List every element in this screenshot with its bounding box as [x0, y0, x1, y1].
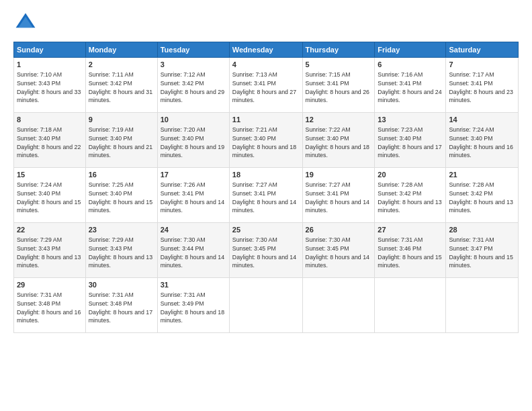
- calendar-cell: 27 Sunrise: 7:31 AMSunset: 3:46 PMDaylig…: [375, 223, 446, 278]
- calendar-cell: 24 Sunrise: 7:30 AMSunset: 3:44 PMDaylig…: [157, 223, 229, 278]
- calendar-cell: 7 Sunrise: 7:17 AMSunset: 3:41 PMDayligh…: [446, 58, 519, 113]
- week-row-5: 29 Sunrise: 7:31 AMSunset: 3:48 PMDaylig…: [14, 278, 519, 333]
- week-row-4: 22 Sunrise: 7:29 AMSunset: 3:43 PMDaylig…: [14, 223, 519, 278]
- calendar-cell: [446, 278, 519, 333]
- day-number: 18: [232, 170, 300, 180]
- day-info: Sunrise: 7:21 AMSunset: 3:40 PMDaylight:…: [232, 126, 296, 159]
- calendar-cell: 23 Sunrise: 7:29 AMSunset: 3:43 PMDaylig…: [85, 223, 157, 278]
- day-info: Sunrise: 7:29 AMSunset: 3:43 PMDaylight:…: [89, 236, 152, 269]
- day-info: Sunrise: 7:18 AMSunset: 3:40 PMDaylight:…: [17, 126, 81, 159]
- day-info: Sunrise: 7:30 AMSunset: 3:44 PMDaylight:…: [161, 236, 224, 269]
- calendar-cell: 17 Sunrise: 7:26 AMSunset: 3:41 PMDaylig…: [157, 168, 229, 223]
- day-info: Sunrise: 7:31 AMSunset: 3:47 PMDaylight:…: [449, 236, 513, 269]
- day-number: 3: [161, 60, 226, 70]
- day-info: Sunrise: 7:25 AMSunset: 3:40 PMDaylight:…: [89, 181, 152, 214]
- day-number: 8: [17, 115, 83, 125]
- calendar-cell: 16 Sunrise: 7:25 AMSunset: 3:40 PMDaylig…: [85, 168, 157, 223]
- calendar-cell: 26 Sunrise: 7:30 AMSunset: 3:45 PMDaylig…: [302, 223, 375, 278]
- header-day-thursday: Thursday: [302, 42, 375, 58]
- calendar-cell: 5 Sunrise: 7:15 AMSunset: 3:41 PMDayligh…: [302, 58, 375, 113]
- day-info: Sunrise: 7:17 AMSunset: 3:41 PMDaylight:…: [449, 71, 513, 104]
- calendar-cell: 4 Sunrise: 7:13 AMSunset: 3:41 PMDayligh…: [229, 58, 302, 113]
- day-number: 19: [306, 170, 372, 180]
- calendar-cell: 14 Sunrise: 7:24 AMSunset: 3:40 PMDaylig…: [446, 113, 519, 168]
- day-number: 6: [378, 60, 443, 70]
- day-number: 5: [306, 60, 372, 70]
- calendar-cell: 25 Sunrise: 7:30 AMSunset: 3:45 PMDaylig…: [229, 223, 302, 278]
- calendar-cell: 13 Sunrise: 7:23 AMSunset: 3:40 PMDaylig…: [375, 113, 446, 168]
- day-info: Sunrise: 7:31 AMSunset: 3:49 PMDaylight:…: [161, 291, 224, 324]
- calendar-cell: 30 Sunrise: 7:31 AMSunset: 3:48 PMDaylig…: [85, 278, 157, 333]
- day-number: 31: [161, 280, 226, 290]
- day-info: Sunrise: 7:27 AMSunset: 3:41 PMDaylight:…: [232, 181, 296, 214]
- day-number: 9: [89, 115, 154, 125]
- day-number: 11: [232, 115, 300, 125]
- day-number: 28: [449, 225, 515, 235]
- header-day-tuesday: Tuesday: [157, 42, 229, 58]
- day-number: 23: [89, 225, 154, 235]
- logo-icon: [13, 11, 38, 35]
- day-info: Sunrise: 7:31 AMSunset: 3:46 PMDaylight:…: [378, 236, 441, 269]
- calendar-cell: 2 Sunrise: 7:11 AMSunset: 3:42 PMDayligh…: [85, 58, 157, 113]
- calendar-cell: [229, 278, 302, 333]
- day-info: Sunrise: 7:31 AMSunset: 3:48 PMDaylight:…: [17, 291, 81, 324]
- calendar-cell: 19 Sunrise: 7:27 AMSunset: 3:41 PMDaylig…: [302, 168, 375, 223]
- week-row-1: 1 Sunrise: 7:10 AMSunset: 3:43 PMDayligh…: [14, 58, 519, 113]
- calendar-cell: [302, 278, 375, 333]
- day-info: Sunrise: 7:24 AMSunset: 3:40 PMDaylight:…: [17, 181, 81, 214]
- day-info: Sunrise: 7:12 AMSunset: 3:42 PMDaylight:…: [161, 71, 224, 104]
- header-day-wednesday: Wednesday: [229, 42, 302, 58]
- day-info: Sunrise: 7:28 AMSunset: 3:42 PMDaylight:…: [449, 181, 513, 214]
- day-number: 12: [306, 115, 372, 125]
- day-number: 30: [89, 280, 154, 290]
- day-number: 4: [232, 60, 300, 70]
- day-number: 10: [161, 115, 226, 125]
- calendar-header-row: SundayMondayTuesdayWednesdayThursdayFrid…: [14, 42, 519, 58]
- day-info: Sunrise: 7:29 AMSunset: 3:43 PMDaylight:…: [17, 236, 81, 269]
- day-number: 14: [449, 115, 515, 125]
- calendar-cell: 22 Sunrise: 7:29 AMSunset: 3:43 PMDaylig…: [14, 223, 86, 278]
- day-info: Sunrise: 7:16 AMSunset: 3:41 PMDaylight:…: [378, 71, 441, 104]
- day-info: Sunrise: 7:30 AMSunset: 3:45 PMDaylight:…: [306, 236, 369, 269]
- calendar-cell: 10 Sunrise: 7:20 AMSunset: 3:40 PMDaylig…: [157, 113, 229, 168]
- calendar-cell: 20 Sunrise: 7:28 AMSunset: 3:42 PMDaylig…: [375, 168, 446, 223]
- calendar-cell: 9 Sunrise: 7:19 AMSunset: 3:40 PMDayligh…: [85, 113, 157, 168]
- day-number: 13: [378, 115, 443, 125]
- calendar-cell: 6 Sunrise: 7:16 AMSunset: 3:41 PMDayligh…: [375, 58, 446, 113]
- logo: [13, 11, 40, 35]
- day-number: 1: [17, 60, 83, 70]
- week-row-3: 15 Sunrise: 7:24 AMSunset: 3:40 PMDaylig…: [14, 168, 519, 223]
- calendar-cell: 28 Sunrise: 7:31 AMSunset: 3:47 PMDaylig…: [446, 223, 519, 278]
- day-info: Sunrise: 7:20 AMSunset: 3:40 PMDaylight:…: [161, 126, 224, 159]
- day-number: 15: [17, 170, 83, 180]
- day-info: Sunrise: 7:10 AMSunset: 3:43 PMDaylight:…: [17, 71, 81, 104]
- calendar: SundayMondayTuesdayWednesdayThursdayFrid…: [13, 42, 519, 333]
- day-info: Sunrise: 7:30 AMSunset: 3:45 PMDaylight:…: [232, 236, 296, 269]
- day-number: 21: [449, 170, 515, 180]
- header-day-friday: Friday: [375, 42, 446, 58]
- day-number: 16: [89, 170, 154, 180]
- day-number: 7: [449, 60, 515, 70]
- calendar-cell: 3 Sunrise: 7:12 AMSunset: 3:42 PMDayligh…: [157, 58, 229, 113]
- day-info: Sunrise: 7:19 AMSunset: 3:40 PMDaylight:…: [89, 126, 152, 159]
- day-info: Sunrise: 7:27 AMSunset: 3:41 PMDaylight:…: [306, 181, 369, 214]
- calendar-cell: 21 Sunrise: 7:28 AMSunset: 3:42 PMDaylig…: [446, 168, 519, 223]
- calendar-cell: 12 Sunrise: 7:22 AMSunset: 3:40 PMDaylig…: [302, 113, 375, 168]
- calendar-cell: 8 Sunrise: 7:18 AMSunset: 3:40 PMDayligh…: [14, 113, 86, 168]
- calendar-cell: 31 Sunrise: 7:31 AMSunset: 3:49 PMDaylig…: [157, 278, 229, 333]
- day-info: Sunrise: 7:24 AMSunset: 3:40 PMDaylight:…: [449, 126, 513, 159]
- day-number: 2: [89, 60, 154, 70]
- page: SundayMondayTuesdayWednesdayThursdayFrid…: [0, 0, 532, 411]
- day-number: 17: [161, 170, 226, 180]
- header: [13, 11, 519, 35]
- day-info: Sunrise: 7:26 AMSunset: 3:41 PMDaylight:…: [161, 181, 224, 214]
- day-number: 26: [306, 225, 372, 235]
- calendar-cell: 18 Sunrise: 7:27 AMSunset: 3:41 PMDaylig…: [229, 168, 302, 223]
- day-number: 25: [232, 225, 300, 235]
- day-info: Sunrise: 7:28 AMSunset: 3:42 PMDaylight:…: [378, 181, 441, 214]
- header-day-sunday: Sunday: [14, 42, 86, 58]
- week-row-2: 8 Sunrise: 7:18 AMSunset: 3:40 PMDayligh…: [14, 113, 519, 168]
- day-number: 27: [378, 225, 443, 235]
- header-day-saturday: Saturday: [446, 42, 519, 58]
- day-info: Sunrise: 7:31 AMSunset: 3:48 PMDaylight:…: [89, 291, 152, 324]
